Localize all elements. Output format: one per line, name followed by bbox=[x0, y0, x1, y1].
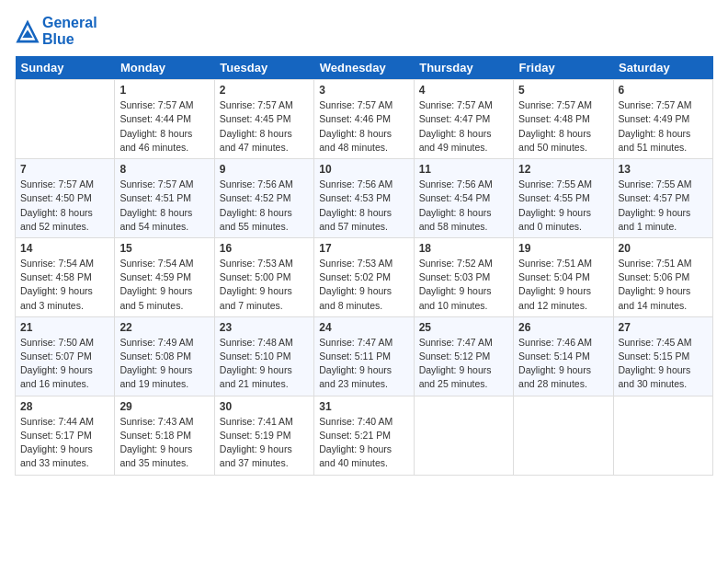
day-number: 24 bbox=[319, 321, 408, 334]
header: General Blue bbox=[15, 15, 713, 47]
calendar-cell: 29Sunrise: 7:43 AMSunset: 5:18 PMDayligh… bbox=[115, 396, 214, 475]
day-info: Sunrise: 7:56 AMSunset: 4:53 PMDaylight:… bbox=[319, 178, 408, 234]
day-number: 6 bbox=[619, 84, 708, 97]
day-number: 26 bbox=[518, 321, 608, 334]
calendar-cell: 16Sunrise: 7:53 AMSunset: 5:00 PMDayligh… bbox=[214, 237, 313, 316]
day-info: Sunrise: 7:55 AMSunset: 4:57 PMDaylight:… bbox=[619, 178, 708, 234]
day-number: 14 bbox=[20, 242, 109, 255]
calendar-cell: 17Sunrise: 7:53 AMSunset: 5:02 PMDayligh… bbox=[314, 237, 414, 316]
day-info: Sunrise: 7:51 AMSunset: 5:04 PMDaylight:… bbox=[518, 257, 608, 313]
calendar-cell bbox=[613, 396, 712, 475]
day-info: Sunrise: 7:53 AMSunset: 5:02 PMDaylight:… bbox=[319, 257, 408, 313]
calendar-cell: 20Sunrise: 7:51 AMSunset: 5:06 PMDayligh… bbox=[613, 237, 712, 316]
calendar-cell bbox=[414, 396, 513, 475]
calendar-cell: 14Sunrise: 7:54 AMSunset: 4:58 PMDayligh… bbox=[16, 237, 115, 316]
day-number: 4 bbox=[419, 84, 508, 97]
calendar-cell: 9Sunrise: 7:56 AMSunset: 4:52 PMDaylight… bbox=[214, 159, 313, 238]
day-info: Sunrise: 7:57 AMSunset: 4:47 PMDaylight:… bbox=[419, 98, 508, 155]
calendar-week-row: 21Sunrise: 7:50 AMSunset: 5:07 PMDayligh… bbox=[16, 316, 713, 396]
calendar-cell: 30Sunrise: 7:41 AMSunset: 5:19 PMDayligh… bbox=[214, 396, 313, 475]
day-number: 8 bbox=[119, 163, 209, 176]
calendar-week-row: 1Sunrise: 7:57 AMSunset: 4:44 PMDaylight… bbox=[16, 80, 713, 159]
day-info: Sunrise: 7:41 AMSunset: 5:19 PMDaylight:… bbox=[220, 415, 309, 471]
day-number: 5 bbox=[518, 84, 608, 97]
calendar-cell: 7Sunrise: 7:57 AMSunset: 4:50 PMDaylight… bbox=[16, 159, 115, 238]
day-info: Sunrise: 7:45 AMSunset: 5:15 PMDaylight:… bbox=[619, 336, 708, 392]
day-info: Sunrise: 7:57 AMSunset: 4:46 PMDaylight:… bbox=[319, 98, 408, 155]
calendar-cell: 28Sunrise: 7:44 AMSunset: 5:17 PMDayligh… bbox=[16, 396, 115, 475]
day-info: Sunrise: 7:57 AMSunset: 4:48 PMDaylight:… bbox=[518, 98, 608, 155]
calendar-week-row: 7Sunrise: 7:57 AMSunset: 4:50 PMDaylight… bbox=[16, 159, 713, 238]
day-number: 10 bbox=[319, 163, 408, 176]
day-number: 21 bbox=[20, 321, 109, 334]
day-number: 12 bbox=[518, 163, 608, 176]
day-info: Sunrise: 7:50 AMSunset: 5:07 PMDaylight:… bbox=[20, 336, 109, 392]
day-number: 18 bbox=[419, 242, 508, 255]
day-number: 27 bbox=[619, 321, 708, 334]
day-info: Sunrise: 7:54 AMSunset: 4:59 PMDaylight:… bbox=[119, 257, 209, 313]
day-info: Sunrise: 7:57 AMSunset: 4:44 PMDaylight:… bbox=[119, 98, 209, 155]
calendar-cell: 4Sunrise: 7:57 AMSunset: 4:47 PMDaylight… bbox=[414, 80, 513, 159]
day-number: 31 bbox=[319, 400, 408, 413]
weekday-header-saturday: Saturday bbox=[613, 56, 712, 80]
calendar-cell: 25Sunrise: 7:47 AMSunset: 5:12 PMDayligh… bbox=[414, 316, 513, 396]
calendar-cell: 19Sunrise: 7:51 AMSunset: 5:04 PMDayligh… bbox=[514, 237, 613, 316]
logo: General Blue bbox=[15, 15, 97, 47]
calendar-cell: 2Sunrise: 7:57 AMSunset: 4:45 PMDaylight… bbox=[214, 80, 313, 159]
day-number: 28 bbox=[20, 400, 109, 413]
calendar-cell: 5Sunrise: 7:57 AMSunset: 4:48 PMDaylight… bbox=[514, 80, 613, 159]
calendar-cell: 22Sunrise: 7:49 AMSunset: 5:08 PMDayligh… bbox=[115, 316, 214, 396]
day-number: 7 bbox=[20, 163, 109, 176]
day-info: Sunrise: 7:54 AMSunset: 4:58 PMDaylight:… bbox=[20, 257, 109, 313]
day-number: 20 bbox=[619, 242, 708, 255]
day-info: Sunrise: 7:44 AMSunset: 5:17 PMDaylight:… bbox=[20, 415, 109, 471]
calendar-cell: 23Sunrise: 7:48 AMSunset: 5:10 PMDayligh… bbox=[214, 316, 313, 396]
day-number: 11 bbox=[419, 163, 508, 176]
calendar-cell: 10Sunrise: 7:56 AMSunset: 4:53 PMDayligh… bbox=[314, 159, 414, 238]
day-info: Sunrise: 7:49 AMSunset: 5:08 PMDaylight:… bbox=[119, 336, 209, 392]
day-number: 29 bbox=[119, 400, 209, 413]
weekday-header-sunday: Sunday bbox=[16, 56, 115, 80]
day-info: Sunrise: 7:57 AMSunset: 4:45 PMDaylight:… bbox=[220, 98, 309, 155]
page-container: General Blue SundayMondayTuesdayWednesda… bbox=[0, 0, 728, 483]
day-number: 16 bbox=[220, 242, 309, 255]
day-info: Sunrise: 7:47 AMSunset: 5:11 PMDaylight:… bbox=[319, 336, 408, 392]
day-number: 15 bbox=[119, 242, 209, 255]
day-info: Sunrise: 7:57 AMSunset: 4:49 PMDaylight:… bbox=[619, 98, 708, 155]
day-number: 9 bbox=[220, 163, 309, 176]
day-info: Sunrise: 7:57 AMSunset: 4:51 PMDaylight:… bbox=[119, 178, 209, 234]
calendar-cell: 8Sunrise: 7:57 AMSunset: 4:51 PMDaylight… bbox=[115, 159, 214, 238]
day-info: Sunrise: 7:56 AMSunset: 4:52 PMDaylight:… bbox=[220, 178, 309, 234]
calendar-cell: 12Sunrise: 7:55 AMSunset: 4:55 PMDayligh… bbox=[514, 159, 613, 238]
calendar-table: SundayMondayTuesdayWednesdayThursdayFrid… bbox=[15, 56, 713, 475]
day-number: 22 bbox=[119, 321, 209, 334]
calendar-cell: 24Sunrise: 7:47 AMSunset: 5:11 PMDayligh… bbox=[314, 316, 414, 396]
day-number: 2 bbox=[220, 84, 309, 97]
calendar-cell bbox=[16, 80, 115, 159]
day-info: Sunrise: 7:53 AMSunset: 5:00 PMDaylight:… bbox=[220, 257, 309, 313]
calendar-cell: 13Sunrise: 7:55 AMSunset: 4:57 PMDayligh… bbox=[613, 159, 712, 238]
day-info: Sunrise: 7:48 AMSunset: 5:10 PMDaylight:… bbox=[220, 336, 309, 392]
day-number: 17 bbox=[319, 242, 408, 255]
day-info: Sunrise: 7:47 AMSunset: 5:12 PMDaylight:… bbox=[419, 336, 508, 392]
day-info: Sunrise: 7:52 AMSunset: 5:03 PMDaylight:… bbox=[419, 257, 508, 313]
day-info: Sunrise: 7:56 AMSunset: 4:54 PMDaylight:… bbox=[419, 178, 508, 234]
weekday-header-tuesday: Tuesday bbox=[214, 56, 313, 80]
weekday-header-row: SundayMondayTuesdayWednesdayThursdayFrid… bbox=[16, 56, 713, 80]
day-number: 1 bbox=[119, 84, 209, 97]
calendar-cell: 6Sunrise: 7:57 AMSunset: 4:49 PMDaylight… bbox=[613, 80, 712, 159]
day-info: Sunrise: 7:40 AMSunset: 5:21 PMDaylight:… bbox=[319, 415, 408, 471]
day-number: 23 bbox=[220, 321, 309, 334]
calendar-week-row: 28Sunrise: 7:44 AMSunset: 5:17 PMDayligh… bbox=[16, 396, 713, 475]
calendar-cell bbox=[514, 396, 613, 475]
calendar-cell: 1Sunrise: 7:57 AMSunset: 4:44 PMDaylight… bbox=[115, 80, 214, 159]
weekday-header-monday: Monday bbox=[115, 56, 214, 80]
logo-icon bbox=[15, 18, 40, 44]
day-info: Sunrise: 7:43 AMSunset: 5:18 PMDaylight:… bbox=[119, 415, 209, 471]
day-info: Sunrise: 7:57 AMSunset: 4:50 PMDaylight:… bbox=[20, 178, 109, 234]
logo-text-line2: Blue bbox=[42, 31, 97, 48]
calendar-cell: 27Sunrise: 7:45 AMSunset: 5:15 PMDayligh… bbox=[613, 316, 712, 396]
logo-text-line1: General bbox=[42, 15, 97, 31]
calendar-cell: 21Sunrise: 7:50 AMSunset: 5:07 PMDayligh… bbox=[16, 316, 115, 396]
day-info: Sunrise: 7:46 AMSunset: 5:14 PMDaylight:… bbox=[518, 336, 608, 392]
